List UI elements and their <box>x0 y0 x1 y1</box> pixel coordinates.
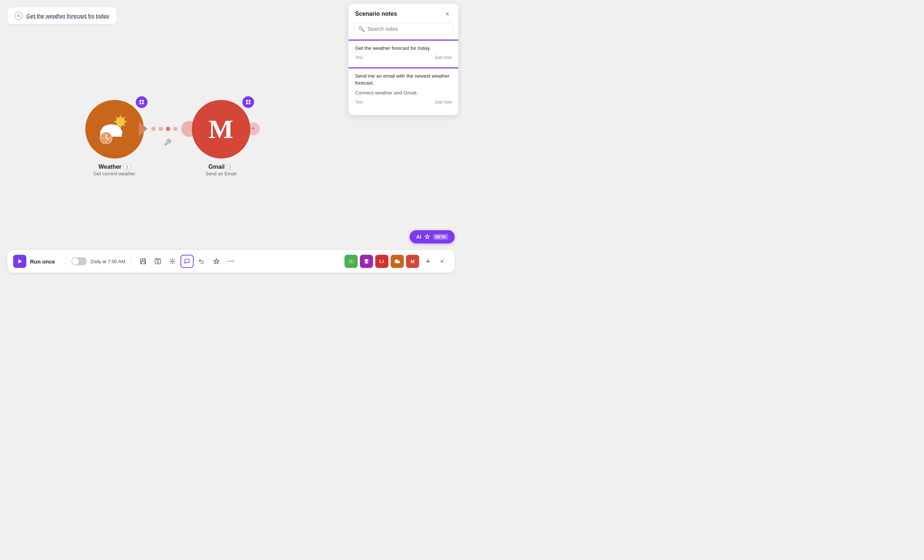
notes-close-button[interactable]: × <box>443 9 452 18</box>
notes-header: Scenario notes × <box>348 4 458 23</box>
weather-icon <box>98 115 131 144</box>
connector <box>140 121 195 137</box>
svg-marker-29 <box>18 259 22 264</box>
ai-label: AI <box>416 234 422 240</box>
chevron-btn[interactable]: < <box>436 255 449 268</box>
scenario-title: Get the weather forecast for today <box>26 13 110 19</box>
module-red-btn[interactable]: L1 <box>375 255 388 268</box>
connector-dot-3 <box>166 127 170 131</box>
connector-left-arrow <box>139 121 147 136</box>
beta-badge: BETA <box>433 234 448 240</box>
notes-icon-btn[interactable] <box>180 255 194 268</box>
canvas: Get the weather forecast for today <box>0 0 462 280</box>
weather-node-badge <box>136 96 147 108</box>
divider-2 <box>130 256 131 267</box>
module-purple-btn[interactable] <box>360 255 373 268</box>
breadcrumb[interactable]: Get the weather forecast for today <box>8 7 117 24</box>
svg-rect-0 <box>140 100 141 102</box>
svg-point-21 <box>105 133 106 135</box>
weather-node-desc: Get current weather <box>93 171 135 177</box>
connector-dot-2 <box>159 127 163 131</box>
chevron-label: < <box>440 258 444 265</box>
schedule-label: Daily at 7:00 AM <box>90 259 125 264</box>
weather-node-circle[interactable] <box>85 100 144 159</box>
gmail-node[interactable]: M Gmail 2 Send an Email <box>192 100 250 177</box>
notes-panel: Scenario notes × 🔍 Get the weather forec… <box>348 4 458 115</box>
svg-rect-3 <box>142 102 144 104</box>
module-gmail-btn[interactable]: M <box>406 255 419 268</box>
gmail-node-label: Gmail 2 Send an Email <box>206 163 237 177</box>
gmail-m-icon: M <box>208 114 234 145</box>
svg-point-32 <box>172 261 174 262</box>
workflow-area: Weather 1 Get current weather <box>0 29 345 247</box>
svg-rect-28 <box>249 102 250 104</box>
toolbar: Run once Daily at 7:00 AM <box>8 250 454 273</box>
workflow-nodes: Weather 1 Get current weather <box>85 100 260 177</box>
svg-point-22 <box>105 141 106 142</box>
add-module-label: + <box>426 257 430 266</box>
wrench-icon[interactable] <box>164 139 171 148</box>
module-weather-btn[interactable] <box>391 255 404 268</box>
divider-1 <box>66 256 66 267</box>
ai-beta-button[interactable]: AI BETA <box>410 230 454 243</box>
svg-rect-25 <box>246 100 248 102</box>
weather-node[interactable]: Weather 1 Get current weather <box>85 100 144 177</box>
note-text-2b: Connect weather and Gmail. <box>355 90 452 97</box>
connector-dot-1 <box>151 127 156 131</box>
gmail-node-name: Gmail 2 <box>206 163 237 170</box>
weather-node-label: Weather 1 Get current weather <box>93 163 135 177</box>
more-label: ··· <box>228 258 234 265</box>
svg-line-10 <box>123 124 124 126</box>
svg-point-23 <box>101 138 102 139</box>
weather-node-name: Weather 1 <box>93 163 135 170</box>
undo-icon-btn[interactable] <box>195 255 208 268</box>
gmail-node-badge <box>242 96 254 108</box>
notes-title: Scenario notes <box>355 10 397 17</box>
save-icon-btn[interactable] <box>136 255 150 268</box>
svg-point-24 <box>110 138 111 139</box>
note-item-2[interactable]: Send me an email with the newest weather… <box>348 67 458 109</box>
note-time-2: Just now <box>435 100 452 105</box>
back-button[interactable] <box>15 12 23 20</box>
add-module-btn[interactable]: + <box>422 255 435 268</box>
module-green-btn[interactable] <box>345 255 358 268</box>
notes-search-input[interactable] <box>368 26 448 32</box>
import-icon-btn[interactable] <box>151 255 164 268</box>
note-meta-2: You Just now <box>355 100 452 105</box>
notes-search-bar[interactable]: 🔍 <box>354 23 453 35</box>
svg-line-9 <box>116 117 117 118</box>
svg-rect-1 <box>142 100 144 102</box>
settings-icon-btn[interactable] <box>166 255 179 268</box>
schedule-toggle[interactable] <box>71 257 87 265</box>
gmail-node-desc: Send an Email <box>206 171 237 177</box>
notes-list: Get the weather forecast for today. You … <box>348 39 458 115</box>
auto-icon-btn[interactable] <box>210 255 223 268</box>
note-text-1: Get the weather forecast for today. <box>355 45 452 52</box>
run-section: Run once <box>13 255 61 268</box>
gmail-node-circle[interactable]: M <box>192 100 250 159</box>
run-label: Run once <box>30 258 55 265</box>
search-icon: 🔍 <box>358 26 364 32</box>
svg-rect-27 <box>246 102 248 104</box>
note-meta-1: You Just now <box>355 55 452 60</box>
note-text-2a: Send me an email with the newest weather… <box>355 73 452 87</box>
note-item-1[interactable]: Get the weather forecast for today. You … <box>348 39 458 64</box>
svg-line-12 <box>123 117 124 118</box>
connector-dot-4 <box>173 127 177 131</box>
note-author-2: You <box>355 100 362 105</box>
run-button[interactable] <box>13 255 26 268</box>
more-icon-btn[interactable]: ··· <box>224 255 238 268</box>
svg-point-33 <box>350 261 352 262</box>
note-author-1: You <box>355 55 362 60</box>
svg-rect-2 <box>140 102 141 104</box>
note-time-1: Just now <box>435 55 452 60</box>
connector-dots <box>147 127 181 131</box>
svg-rect-26 <box>249 100 250 102</box>
schedule-section: Daily at 7:00 AM <box>71 257 125 265</box>
